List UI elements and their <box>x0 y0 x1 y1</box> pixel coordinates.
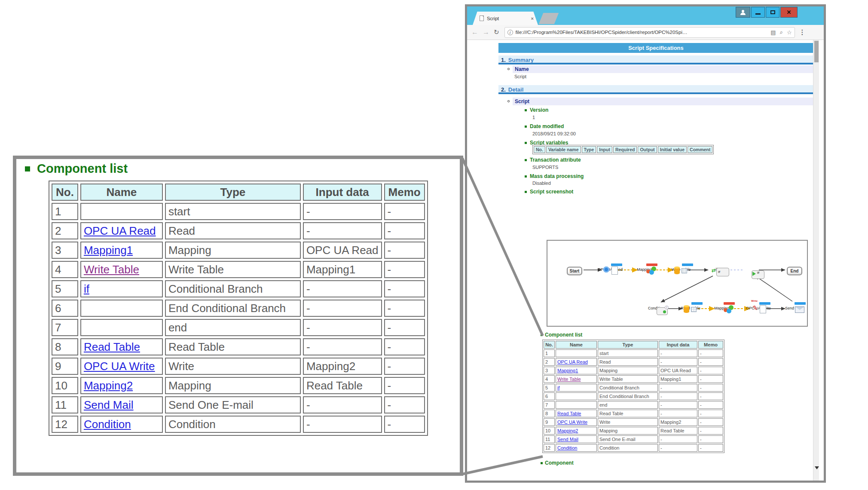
maximize-button[interactable] <box>766 7 779 18</box>
table-cell: End Conditional Branch <box>165 300 301 317</box>
table-cell: - <box>384 358 425 375</box>
component-link[interactable]: OPC UA Read <box>557 359 588 364</box>
reload-button[interactable]: ↻ <box>494 28 499 36</box>
tab-close-icon[interactable]: × <box>531 16 534 21</box>
browser-tab-script[interactable]: Script × <box>473 12 538 25</box>
table-row: 4Write TableWrite TableMapping1- <box>52 261 425 278</box>
table-cell: - <box>384 222 425 239</box>
table-cell: - <box>384 319 425 336</box>
table-cell: Read Table <box>303 377 382 394</box>
table-row: 2OPC UA ReadRead-- <box>52 222 425 239</box>
summary-name-label: Name <box>513 65 815 73</box>
table-cell: - <box>698 358 723 366</box>
back-button[interactable]: ← <box>471 28 478 36</box>
browser-titlebar: Script × ✕ <box>467 6 824 25</box>
table-row: 9OPC UA WriteWriteMapping2- <box>544 418 723 426</box>
table-cell: - <box>384 242 425 259</box>
page-info-icon[interactable]: i <box>507 30 513 35</box>
component-link[interactable]: Condition <box>84 418 131 431</box>
component-link[interactable]: Read Table <box>557 411 581 416</box>
component-link[interactable]: Write Table <box>557 377 581 382</box>
minimize-button[interactable] <box>751 7 765 18</box>
green-bullet <box>525 159 527 161</box>
table-cell: 12 <box>544 444 555 452</box>
field-transaction-attribute-label: Transaction attribute <box>530 157 581 163</box>
name-cell: Mapping2 <box>556 427 597 435</box>
table-cell: - <box>303 338 382 355</box>
report-page: Script Specifications 1.Summary Name Scr… <box>467 40 824 481</box>
table-row: 3Mapping1MappingOPC UA Read- <box>544 367 723 374</box>
component-link[interactable]: Write Table <box>84 263 139 276</box>
table-cell: 9 <box>52 358 78 375</box>
page-title: Script Specifications <box>498 43 815 53</box>
component-link[interactable]: Condition <box>557 445 577 450</box>
column-header: No. <box>544 341 555 349</box>
table-cell: end <box>598 401 658 409</box>
name-cell: Condition <box>80 416 163 433</box>
table-cell: - <box>659 349 697 357</box>
field-script-screenshot-label: Script screenshot <box>530 189 573 195</box>
zoom-out-icon[interactable]: ⌕ <box>780 29 783 36</box>
component-link[interactable]: Mapping1 <box>84 244 133 257</box>
script-screenshot-box: StartOPC UA ReadMapping1Write Tableif⇄if… <box>547 240 808 327</box>
flow-node-send-mail: Send Mail <box>776 305 811 310</box>
component-link[interactable]: if <box>557 385 560 390</box>
new-tab-button[interactable] <box>539 13 559 24</box>
table-row: 10Mapping2MappingRead Table- <box>52 377 425 394</box>
page-favicon-icon <box>480 15 484 21</box>
scrollbar-down-arrow-icon[interactable] <box>815 466 819 469</box>
name-cell: Condition <box>556 444 597 452</box>
table-cell: OPC UA Read <box>303 242 382 259</box>
flow-node-write-table: Write Table <box>664 266 698 272</box>
component-link[interactable]: Read Table <box>84 340 140 353</box>
table-cell: 11 <box>544 435 555 443</box>
field-transaction-attribute-value: SUPPORTS <box>532 165 558 170</box>
bookmark-star-icon[interactable]: ☆ <box>787 29 792 36</box>
address-bar[interactable]: i file:///C:/Program%20Files/TAKEBISHI/O… <box>504 27 795 38</box>
name-cell <box>556 401 597 409</box>
maximize-icon <box>770 10 775 14</box>
url-text[interactable]: file:///C:/Program%20Files/TAKEBISHI/OPC… <box>516 30 767 35</box>
component-link[interactable]: Send Mail <box>557 437 578 442</box>
component-link[interactable]: OPC UA Read <box>84 224 156 237</box>
flow-node-condition: !Condition <box>639 305 673 310</box>
component-link[interactable]: OPC UA Write <box>84 360 155 373</box>
component-link[interactable]: Mapping2 <box>84 379 133 392</box>
table-row: 3Mapping1MappingOPC UA Read- <box>52 242 425 259</box>
table-cell: Read <box>165 222 301 239</box>
translate-icon[interactable]: ▤ <box>770 29 776 36</box>
table-cell: - <box>698 392 723 400</box>
table-cell: Write Table <box>165 261 301 278</box>
field-version-label: Version <box>530 107 548 113</box>
flow-node-mapping2: Mapping2 <box>706 305 740 310</box>
component-link[interactable]: OPC UA Write <box>557 420 587 425</box>
component-list-table-large: No.NameTypeInput dataMemo1start--2OPC UA… <box>49 181 428 436</box>
component-link[interactable]: if <box>84 282 89 295</box>
forward-button[interactable]: → <box>483 28 489 36</box>
profile-button[interactable] <box>736 7 750 18</box>
scrollbar-thumb[interactable] <box>814 41 819 62</box>
terminal-node: End <box>787 267 802 276</box>
page-scrollbar[interactable] <box>813 40 819 481</box>
component-link[interactable]: Mapping2 <box>557 428 578 433</box>
table-cell: 5 <box>544 384 555 392</box>
close-button[interactable]: ✕ <box>780 7 798 18</box>
flow-node-label: Mapping1 <box>628 267 663 272</box>
name-cell: OPC UA Write <box>80 358 163 375</box>
field-version-value: 1 <box>532 115 535 120</box>
table-cell: - <box>698 427 723 435</box>
table-cell: - <box>698 418 723 426</box>
component-link[interactable]: Mapping1 <box>557 368 578 373</box>
table-cell: Mapping <box>598 367 658 374</box>
close-icon: ✕ <box>787 9 792 15</box>
name-cell: Mapping2 <box>80 377 163 394</box>
component-link[interactable]: Send Mail <box>84 398 134 411</box>
ring-bullet <box>507 100 510 102</box>
table-cell: Mapping1 <box>659 375 697 383</box>
table-row: 5ifConditional Branch-- <box>544 384 723 392</box>
browser-menu-icon[interactable]: ⋮ <box>799 28 806 36</box>
table-row: 12ConditionCondition-- <box>544 444 723 452</box>
flow-edges <box>547 241 807 326</box>
table-cell: - <box>698 401 723 409</box>
table-cell: Read Table <box>165 338 301 355</box>
